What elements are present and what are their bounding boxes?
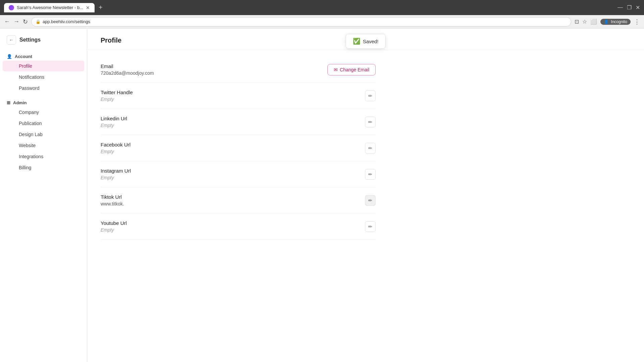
edit-linkedin-button[interactable]: ✏ — [365, 117, 376, 127]
incognito-label: Incognito — [611, 19, 627, 24]
field-info-tiktok: Tiktok Url www.titkok. — [101, 194, 358, 206]
sidebar-item-publication[interactable]: Publication — [3, 118, 84, 129]
account-icon: 👤 — [7, 54, 12, 59]
sidebar-section-account: 👤 Account — [0, 51, 87, 60]
edit-facebook-button[interactable]: ✏ — [365, 143, 376, 154]
sidebar-title: Settings — [19, 37, 41, 43]
sidebar-item-billing[interactable]: Billing — [3, 162, 84, 173]
new-tab-button[interactable]: + — [99, 4, 103, 11]
check-icon: ✅ — [353, 38, 360, 45]
address-bar-actions: ⊡ ☆ ⬜ — [575, 18, 597, 25]
sidebar-item-password[interactable]: Password — [3, 83, 84, 94]
sidebar-item-profile[interactable]: Profile — [3, 61, 84, 71]
sidebar-back-button[interactable]: ← — [7, 35, 16, 45]
account-section-label: Account — [15, 54, 32, 59]
field-row-tiktok: Tiktok Url www.titkok. ✏ — [101, 187, 376, 214]
edit-tiktok-button[interactable]: ✏ — [365, 195, 376, 206]
incognito-badge: 👤 Incognito — [600, 19, 631, 25]
field-action-email: ✉ Change Email — [327, 64, 376, 75]
field-row-email: Email 720a2d6a@moodjoy.com ✉ Change Emai… — [101, 57, 376, 83]
sidebar-item-design-lab[interactable]: Design Lab — [3, 129, 84, 140]
tab-title: Sarah's Awesome Newsletter - b... — [17, 5, 83, 10]
address-bar-row: ← → ↻ 🔒 app.beehiiv.com/settings ⊡ ☆ ⬜ 👤… — [0, 15, 644, 28]
field-action-twitter: ✏ — [365, 90, 376, 101]
edit-instagram-button[interactable]: ✏ — [365, 169, 376, 180]
window-controls: — ❐ ✕ — [618, 4, 640, 11]
incognito-icon: 👤 — [604, 19, 609, 24]
browser-chrome: Sarah's Awesome Newsletter - b... ✕ + — … — [0, 0, 644, 15]
tab-close-button[interactable]: ✕ — [86, 5, 90, 10]
app-layout: ← Settings 👤 Account Profile Notificatio… — [0, 28, 644, 362]
saved-toast: ✅ Saved! — [346, 34, 386, 49]
field-info-instagram: Instagram Url Empty — [101, 168, 358, 180]
field-label-linkedin: Linkedin Url — [101, 116, 358, 121]
admin-section-label: Admin — [13, 100, 26, 105]
sidebar: ← Settings 👤 Account Profile Notificatio… — [0, 28, 87, 362]
sidebar-section-admin: ⊞ Admin — [0, 98, 87, 107]
field-value-email: 720a2d6a@moodjoy.com — [101, 70, 321, 76]
field-label-youtube: Youtube Url — [101, 220, 358, 226]
field-row-linkedin: Linkedin Url Empty ✏ — [101, 109, 376, 135]
field-label-email: Email — [101, 63, 321, 69]
lock-icon: 🔒 — [36, 19, 41, 24]
main-content: Profile ✅ Saved! Email 720a2d6a@moodjoy.… — [87, 28, 644, 362]
field-action-tiktok: ✏ — [365, 195, 376, 206]
field-action-youtube: ✏ — [365, 221, 376, 232]
forward-nav-button[interactable]: → — [13, 18, 19, 25]
restore-button[interactable]: ❐ — [627, 4, 632, 11]
browser-tab[interactable]: Sarah's Awesome Newsletter - b... ✕ — [4, 3, 95, 12]
edit-twitter-button[interactable]: ✏ — [365, 90, 376, 101]
close-button[interactable]: ✕ — [636, 4, 640, 11]
field-row-youtube: Youtube Url Empty ✏ — [101, 214, 376, 240]
field-value-youtube: Empty — [101, 227, 358, 233]
field-action-facebook: ✏ — [365, 143, 376, 154]
layout-icon[interactable]: ⬜ — [590, 18, 597, 25]
toast-message: Saved! — [363, 39, 379, 44]
field-info-email: Email 720a2d6a@moodjoy.com — [101, 63, 321, 76]
field-action-instagram: ✏ — [365, 169, 376, 180]
profile-form: Email 720a2d6a@moodjoy.com ✉ Change Emai… — [87, 50, 389, 246]
bookmark-icon[interactable]: ☆ — [582, 18, 587, 25]
field-info-facebook: Facebook Url Empty — [101, 142, 358, 154]
field-label-tiktok: Tiktok Url — [101, 194, 358, 200]
field-info-linkedin: Linkedin Url Empty — [101, 116, 358, 128]
cast-icon[interactable]: ⊡ — [575, 18, 579, 25]
field-value-linkedin: Empty — [101, 123, 358, 128]
field-row-facebook: Facebook Url Empty ✏ — [101, 135, 376, 161]
field-label-twitter: Twitter Handle — [101, 89, 358, 95]
back-nav-button[interactable]: ← — [4, 18, 10, 25]
sidebar-item-notifications[interactable]: Notifications — [3, 72, 84, 82]
reload-button[interactable]: ↻ — [23, 18, 28, 25]
field-label-facebook: Facebook Url — [101, 142, 358, 147]
field-value-instagram: Empty — [101, 175, 358, 180]
field-value-twitter: Empty — [101, 97, 358, 102]
envelope-icon: ✉ — [334, 67, 338, 72]
admin-icon: ⊞ — [7, 100, 10, 105]
sidebar-item-integrations[interactable]: Integrations — [3, 151, 84, 162]
browser-menu-button[interactable]: ⋮ — [634, 18, 640, 25]
field-value-facebook: Empty — [101, 149, 358, 154]
sidebar-header: ← Settings — [0, 35, 87, 51]
field-row-instagram: Instagram Url Empty ✏ — [101, 161, 376, 187]
field-label-instagram: Instagram Url — [101, 168, 358, 174]
sidebar-item-company[interactable]: Company — [3, 107, 84, 118]
url-text: app.beehiiv.com/settings — [43, 19, 90, 24]
edit-youtube-button[interactable]: ✏ — [365, 221, 376, 232]
tab-favicon — [9, 5, 14, 10]
change-email-button[interactable]: ✉ Change Email — [327, 64, 376, 75]
sidebar-item-website[interactable]: Website — [3, 140, 84, 151]
address-bar[interactable]: 🔒 app.beehiiv.com/settings — [31, 17, 571, 26]
field-value-tiktok: www.titkok. — [101, 201, 358, 206]
field-info-youtube: Youtube Url Empty — [101, 220, 358, 233]
field-action-linkedin: ✏ — [365, 117, 376, 127]
field-info-twitter: Twitter Handle Empty — [101, 89, 358, 102]
minimize-button[interactable]: — — [618, 4, 623, 11]
field-row-twitter: Twitter Handle Empty ✏ — [101, 83, 376, 109]
